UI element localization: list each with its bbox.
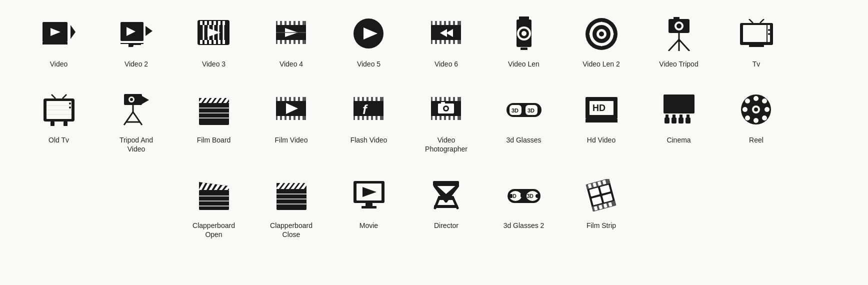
video6-label: Video 6 — [434, 60, 458, 68]
svg-point-210 — [742, 107, 748, 112]
svg-rect-142 — [300, 97, 302, 101]
svg-rect-163 — [373, 116, 376, 120]
svg-rect-41 — [296, 21, 298, 25]
icon-item-video5[interactable]: Video 5 — [330, 10, 408, 71]
svg-point-209 — [754, 118, 758, 123]
svg-rect-153 — [355, 97, 358, 101]
svg-point-98 — [768, 33, 770, 35]
svg-rect-173 — [450, 97, 453, 101]
icon-item-hdvideo[interactable]: HD Hd Video — [562, 86, 640, 156]
video3-label: Video 3 — [202, 60, 226, 68]
svg-rect-170 — [437, 97, 440, 101]
video3-icon — [195, 15, 232, 52]
svg-rect-160 — [360, 116, 362, 120]
icon-item-videotripod[interactable]: Video Tripod — [640, 10, 718, 71]
svg-rect-57 — [437, 21, 440, 25]
icon-item-videophotographer[interactable]: VideoPhotographer — [408, 86, 485, 156]
video-tripod-label: Video Tripod — [659, 60, 698, 68]
svg-point-207 — [754, 108, 758, 112]
icon-item-flashvideo[interactable]: f Flash Video — [330, 86, 408, 156]
icon-item-oldtv[interactable]: Old Tv — [20, 86, 98, 156]
svg-rect-252 — [438, 196, 454, 200]
icon-row-1: Video Video 2 — [20, 10, 848, 71]
svg-rect-38 — [282, 21, 284, 25]
icon-item-filmboard[interactable]: Film Board — [175, 86, 252, 156]
svg-rect-76 — [520, 48, 528, 50]
icon-item-reel[interactable]: Reel — [718, 86, 795, 156]
icon-item-tv[interactable]: Tv — [718, 10, 795, 71]
video-len-label: Video Len — [508, 60, 540, 68]
tv-icon — [738, 15, 775, 52]
svg-rect-155 — [364, 97, 366, 101]
svg-rect-32 — [222, 40, 225, 44]
svg-rect-22 — [204, 21, 207, 25]
video-len-icon — [505, 15, 542, 52]
svg-rect-180 — [455, 116, 458, 120]
video-icon — [40, 15, 78, 52]
video5-label: Video 5 — [357, 60, 380, 68]
icon-item-director[interactable]: Director — [408, 172, 485, 242]
svg-rect-137 — [278, 97, 280, 101]
svg-rect-89 — [674, 17, 680, 20]
svg-rect-162 — [368, 116, 371, 120]
icon-row-3: ClapperboardOpen — [20, 172, 848, 242]
svg-rect-144 — [282, 116, 284, 120]
svg-point-214 — [762, 98, 767, 104]
icon-item-video3[interactable]: Video 3 — [175, 10, 252, 71]
film-board-icon — [195, 91, 232, 128]
icon-item-3dglasses2[interactable]: 3D 3D 3d Glasses 2 — [485, 172, 562, 242]
svg-rect-23 — [209, 21, 212, 25]
svg-rect-58 — [442, 21, 444, 25]
icon-item-3dglasses[interactable]: 3D 3D 3d Glasses — [485, 86, 562, 156]
icon-item-clapperboard-open[interactable]: ClapperboardOpen — [175, 172, 252, 242]
icon-item-videolen2[interactable]: Video Len 2 — [562, 10, 640, 71]
svg-text:HD: HD — [592, 103, 606, 113]
icon-item-tripod-video[interactable]: Tripod AndVideo — [98, 86, 175, 156]
svg-rect-179 — [450, 116, 453, 120]
svg-rect-157 — [373, 97, 376, 101]
svg-rect-66 — [450, 40, 453, 44]
icon-item-clapperboard-close[interactable]: ClapperboardClose — [252, 172, 330, 242]
svg-rect-67 — [455, 40, 458, 44]
svg-marker-1 — [70, 25, 76, 39]
svg-rect-175 — [432, 116, 435, 120]
icon-item-video6[interactable]: Video 6 — [408, 10, 485, 71]
svg-rect-65 — [446, 40, 448, 44]
video2-label: Video 2 — [124, 60, 148, 68]
icon-item-filmstrip[interactable]: Film Strip — [562, 172, 640, 242]
svg-marker-5 — [146, 26, 152, 36]
video5-icon — [350, 15, 388, 52]
svg-rect-46 — [291, 40, 294, 44]
svg-point-88 — [676, 24, 682, 28]
clapperboard-open-icon — [195, 176, 232, 214]
icon-item-filmvideo[interactable]: Film Video — [252, 86, 330, 156]
video-len2-icon — [582, 15, 620, 52]
svg-line-100 — [749, 19, 753, 23]
svg-rect-64 — [442, 40, 444, 44]
video-label: Video — [50, 60, 68, 68]
svg-rect-147 — [296, 116, 298, 120]
svg-rect-158 — [378, 97, 380, 101]
svg-line-117 — [133, 112, 142, 125]
video-tripod-icon — [660, 15, 698, 52]
svg-rect-141 — [296, 97, 298, 101]
video2-icon — [118, 15, 155, 52]
svg-rect-178 — [446, 116, 448, 120]
tv-label: Tv — [752, 60, 760, 68]
icon-item-video[interactable]: Video — [20, 10, 98, 71]
svg-rect-39 — [286, 21, 289, 25]
svg-point-211 — [764, 107, 770, 112]
svg-rect-164 — [378, 116, 380, 120]
icon-item-video4[interactable]: Video 4 — [252, 10, 330, 71]
icon-item-videolen[interactable]: Video Len — [485, 10, 562, 71]
3d-glasses2-label: 3d Glasses 2 — [504, 221, 544, 230]
svg-rect-40 — [291, 21, 294, 25]
svg-rect-139 — [286, 97, 289, 101]
icon-item-video2[interactable]: Video 2 — [98, 10, 175, 71]
icon-item-cinema[interactable]: Cinema — [640, 86, 718, 156]
svg-rect-146 — [291, 116, 294, 120]
icon-item-movie[interactable]: Movie — [330, 172, 408, 242]
svg-point-9 — [130, 44, 134, 47]
svg-rect-201 — [666, 114, 668, 118]
svg-rect-37 — [278, 21, 280, 25]
